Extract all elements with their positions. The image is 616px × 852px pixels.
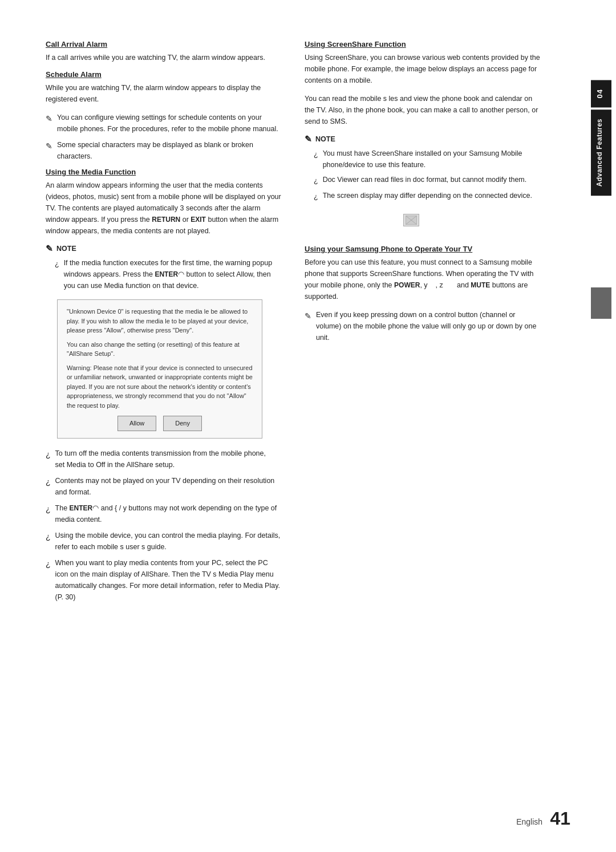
footer-english-label: English: [516, 817, 542, 826]
call-arrival-alarm-body: If a call arrives while you are watching…: [46, 52, 282, 63]
bottom-bullet-2-text: Contents may not be played on your TV de…: [55, 475, 282, 498]
schedule-bullet-1-text: You can configure viewing settings for s…: [57, 112, 282, 135]
media-function-body: An alarm window appears informing the us…: [46, 180, 282, 237]
bottom-bullet-5-text: When you want to play media contents fro…: [55, 557, 282, 603]
dialog-buttons: Allow Deny: [67, 416, 253, 431]
screenshare-body-2: You can read the mobile s les and view t…: [305, 93, 541, 127]
bottom-bullet-1: ¿ To turn off the media contents transmi…: [46, 448, 282, 470]
screenshot-image: [403, 214, 419, 226]
screenshare-note-item-2: ¿ Doc Viewer can read files in doc forma…: [305, 174, 541, 186]
dialog-text-1: "Unknown Device 0" is requesting that th…: [67, 307, 253, 335]
media-function-section: Using the Media Function An alarm window…: [46, 168, 282, 237]
bottom-bullet-5: ¿ When you want to play media contents f…: [46, 557, 282, 603]
page-container: Call Arrival Alarm If a call arrives whi…: [0, 0, 616, 852]
right-column: Using ScreenShare Function Using ScreenS…: [305, 40, 541, 812]
screenshare-note-text-3: The screen display may differ depending …: [323, 190, 532, 202]
media-note-section: ✎ NOTE ¿ If the media function executes …: [46, 244, 282, 291]
bullet-icon-2: ¿: [46, 476, 51, 498]
screenshare-note-header: ✎ NOTE: [305, 134, 541, 144]
screenshare-note-text-1: You must have ScreenShare installed on y…: [323, 148, 541, 171]
footer-page-number: 41: [550, 808, 570, 829]
screenshare-note-bullet-2: ¿: [314, 175, 318, 186]
screenshare-note-bullet-3: ¿: [314, 191, 318, 202]
bottom-bullet-3-text: The ENTER◠ and { / y buttons may not wor…: [55, 502, 282, 525]
bullet-icon-5: ¿: [46, 558, 51, 603]
call-arrival-alarm-section: Call Arrival Alarm If a call arrives whi…: [46, 40, 282, 63]
dialog-box: "Unknown Device 0" is requesting that th…: [57, 299, 262, 439]
bottom-bullet-4: ¿ Using the mobile device, you can contr…: [46, 530, 282, 553]
schedule-alarm-body: While you are watching TV, the alarm win…: [46, 82, 282, 105]
screenshare-body-1: Using ScreenShare, you can browse variou…: [305, 52, 541, 86]
bottom-bullet-1-text: To turn off the media contents transmiss…: [55, 448, 282, 470]
note-bullet-icon: ¿: [55, 258, 59, 291]
screenshare-section: Using ScreenShare Function Using ScreenS…: [305, 40, 541, 127]
media-note-header: ✎ NOTE: [46, 244, 282, 254]
schedule-bullet-2: ✎ Some special characters may be display…: [46, 139, 282, 162]
schedule-bullet-1: ✎ You can configure viewing settings for…: [46, 112, 282, 135]
page-footer: English 41: [516, 808, 570, 829]
screenshare-note-section: ✎ NOTE ¿ You must have ScreenShare insta…: [305, 134, 541, 202]
schedule-alarm-section: Schedule Alarm While you are watching TV…: [46, 70, 282, 162]
bullet-icon-3: ¿: [46, 503, 51, 525]
screenshare-note-text-2: Doc Viewer can read files in doc format,…: [323, 174, 527, 186]
media-note-text: If the media function executes for the f…: [64, 257, 282, 291]
bullet-icon-4: ¿: [46, 530, 51, 553]
schedule-bullet-2-text: Some special characters may be displayed…: [57, 139, 282, 162]
pen-icon-1: ✎: [46, 112, 52, 135]
screenshare-note-item-3: ¿ The screen display may differ dependin…: [305, 190, 541, 202]
schedule-alarm-title: Schedule Alarm: [46, 70, 282, 79]
media-note-label: NOTE: [56, 245, 76, 253]
media-function-title: Using the Media Function: [46, 168, 282, 176]
screenshare-note-bullet-1: ¿: [314, 149, 318, 171]
dialog-text-2: You can also change the setting (or rese…: [67, 340, 253, 359]
sidebar-gray-block: [591, 287, 611, 319]
allow-button[interactable]: Allow: [117, 416, 156, 431]
chapter-number: 04: [595, 89, 604, 98]
deny-button[interactable]: Deny: [163, 416, 202, 431]
samsung-phone-section: Using your Samsung Phone to Operate Your…: [305, 245, 541, 343]
media-note-item: ¿ If the media function executes for the…: [46, 257, 282, 291]
samsung-phone-note-text: Even if you keep pressing down on a cont…: [316, 309, 541, 343]
screenshare-note-item-1: ¿ You must have ScreenShare installed on…: [305, 148, 541, 171]
left-column: Call Arrival Alarm If a call arrives whi…: [46, 40, 282, 812]
samsung-phone-title: Using your Samsung Phone to Operate Your…: [305, 245, 541, 253]
screenshare-title: Using ScreenShare Function: [305, 40, 541, 48]
bottom-bullet-3: ¿ The ENTER◠ and { / y buttons may not w…: [46, 502, 282, 525]
pen-icon-2: ✎: [46, 140, 52, 162]
samsung-note-pen-icon: ✎: [305, 310, 311, 343]
main-content: Call Arrival Alarm If a call arrives whi…: [0, 0, 586, 852]
bottom-bullet-4-text: Using the mobile device, you can control…: [55, 530, 282, 553]
bottom-bullets-section: ¿ To turn off the media contents transmi…: [46, 448, 282, 603]
bullet-icon-1: ¿: [46, 448, 51, 470]
dialog-warning-text: Warning: Please note that if your device…: [67, 363, 253, 411]
call-arrival-alarm-title: Call Arrival Alarm: [46, 40, 282, 48]
note-pen-icon: ✎: [46, 244, 53, 254]
samsung-phone-note: ✎ Even if you keep pressing down on a co…: [305, 309, 541, 343]
sidebar-chapter: 04: [591, 80, 611, 107]
sidebar-title: Advanced Features: [591, 109, 611, 196]
screenshare-note-label: NOTE: [315, 135, 335, 143]
screenshare-note-pen-icon: ✎: [305, 134, 312, 144]
bottom-bullet-2: ¿ Contents may not be played on your TV …: [46, 475, 282, 498]
samsung-phone-body: Before you can use this feature, you mus…: [305, 257, 541, 302]
sidebar: 04 Advanced Features: [586, 0, 616, 852]
